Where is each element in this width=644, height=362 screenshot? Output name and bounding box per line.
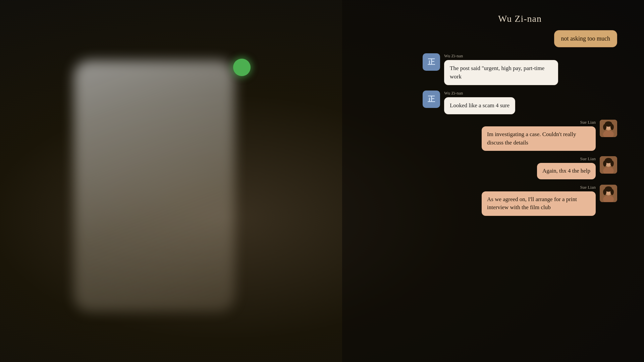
avatar-sue-1 (600, 120, 617, 137)
message-row-2: 正 Wu Zi-nan The post said "urgent, high … (423, 53, 617, 85)
chat-panel: Wu Zi-nan not asking too much 正 Wu Zi-na… (423, 13, 617, 221)
bubble-sue-3: As we agreed on, I'll arrange for a prin… (482, 191, 596, 216)
sender-sue-1: Sue Lian (580, 120, 596, 125)
message-row-6: Sue Lian As we agreed on, I'll arrange f… (423, 185, 617, 216)
sue-avatar-svg-1 (600, 120, 617, 137)
green-dot-decoration (233, 59, 251, 76)
avatar-wu-1: 正 (423, 53, 440, 71)
svg-point-12 (603, 161, 606, 167)
message-row-3: 正 Wu Zi-nan Looked like a scam 4 sure (423, 90, 617, 114)
svg-point-19 (603, 189, 606, 195)
msg-block-wu-1: Wu Zi-nan The post said "urgent, high pa… (444, 53, 558, 85)
bubble-sue-2: Again, thx 4 the help (537, 163, 596, 179)
svg-point-13 (610, 161, 614, 167)
avatar-sue-2 (600, 156, 617, 174)
msg-block-sue-2: Sue Lian Again, thx 4 the help (537, 156, 596, 179)
sue-avatar-svg-2 (600, 156, 617, 174)
sender-sue-3: Sue Lian (580, 185, 596, 190)
msg-block-sue-3: Sue Lian As we agreed on, I'll arrange f… (482, 185, 596, 216)
bubble-wu-1: The post said "urgent, high pay, part-ti… (444, 60, 558, 85)
avatar-wu-2: 正 (423, 90, 440, 108)
wu-avatar-char-2: 正 (428, 94, 435, 104)
message-row-5: Sue Lian Again, thx 4 the help (423, 156, 617, 179)
msg-block-sue-1: Sue Lian Im investigating a case. Couldn… (482, 120, 596, 151)
sender-wu-1: Wu Zi-nan (444, 53, 463, 59)
sue-avatar-svg-3 (600, 185, 617, 202)
message-row-4: Sue Lian Im investigating a case. Couldn… (423, 120, 617, 151)
bubble-sue-1: Im investigating a case. Couldn't really… (482, 126, 596, 151)
svg-point-5 (603, 124, 606, 130)
chat-contact-name: Wu Zi-nan (423, 13, 617, 24)
msg-block-wu-2: Wu Zi-nan Looked like a scam 4 sure (444, 90, 515, 114)
bubble-not-asking: not asking too much (554, 30, 618, 47)
svg-point-20 (610, 189, 614, 195)
sender-sue-2: Sue Lian (580, 156, 596, 162)
phone-blur-overlay (74, 60, 235, 312)
message-row-1: not asking too much (423, 30, 617, 47)
bubble-wu-2: Looked like a scam 4 sure (444, 97, 515, 114)
sender-wu-2: Wu Zi-nan (444, 90, 463, 96)
wu-avatar-char: 正 (428, 57, 435, 67)
avatar-sue-3 (600, 185, 617, 202)
svg-point-6 (610, 124, 614, 130)
